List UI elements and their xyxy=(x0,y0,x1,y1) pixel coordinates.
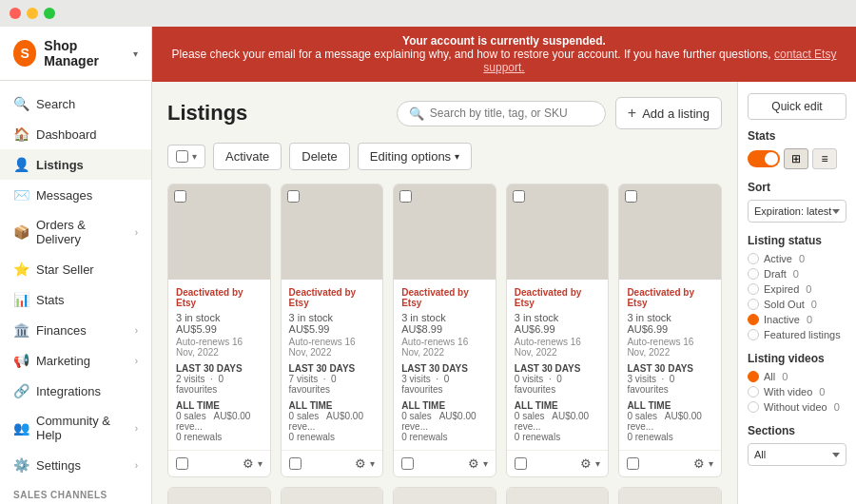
sidebar-item-stats[interactable]: 📊 Stats xyxy=(0,284,151,315)
dropdown-arrow-icon[interactable]: ▾ xyxy=(258,458,263,469)
sidebar-item-integrations[interactable]: 🔗 Integrations xyxy=(0,376,151,406)
list-view-button[interactable]: ≡ xyxy=(812,148,837,169)
listing-card-empty xyxy=(281,487,384,504)
card-footer-checkbox[interactable] xyxy=(401,457,414,470)
card-checkbox[interactable] xyxy=(174,190,186,203)
listing-status-section: Listing status Active 0 Draft 0 Expired … xyxy=(748,234,846,340)
card-checkbox[interactable] xyxy=(287,190,300,203)
card-stats: 7 visits · 0 favourites xyxy=(289,374,376,395)
card-footer-checkbox[interactable] xyxy=(176,457,188,470)
dropdown-icon: ▾ xyxy=(455,151,459,162)
sidebar-item-marketing[interactable]: 📢 Marketing › xyxy=(0,345,151,376)
sidebar-item-search[interactable]: 🔍 Search xyxy=(0,88,151,119)
listing-card: Deactivated by Etsy 3 in stock AU$5.99 A… xyxy=(281,184,384,477)
radio-circle xyxy=(748,268,759,280)
sidebar-item-orders[interactable]: 📦 Orders & Delivery › xyxy=(0,210,151,254)
card-all-time: ALL TIME xyxy=(627,400,713,411)
chevron-right-icon: › xyxy=(135,325,138,336)
sidebar-item-messages[interactable]: ✉️ Messages xyxy=(0,180,151,210)
activate-button[interactable]: Activate xyxy=(213,143,282,170)
sidebar-item-label: Star Seller xyxy=(36,262,94,277)
sort-select[interactable]: Expiration: latest Expiration: oldest Pr… xyxy=(748,200,846,223)
card-footer-checkbox[interactable] xyxy=(627,457,639,470)
stats-toggle[interactable] xyxy=(748,150,780,167)
sidebar-chevron-icon: ▾ xyxy=(133,48,138,59)
video-radio-item[interactable]: All 0 xyxy=(748,371,846,382)
sidebar-item-settings[interactable]: ⚙️ Settings › xyxy=(0,450,151,480)
video-radio-label: All xyxy=(764,371,775,382)
card-body: Deactivated by Etsy 3 in stock AU$6.99 A… xyxy=(619,280,721,450)
card-checkbox[interactable] xyxy=(399,190,412,203)
video-radio-item[interactable]: With video 0 xyxy=(748,386,846,397)
listings-header: Listings 🔍 + Add a listing xyxy=(167,97,722,129)
status-radio-label: Sold Out xyxy=(764,299,805,310)
sort-section: Sort Expiration: latest Expiration: olde… xyxy=(748,181,846,223)
home-icon: 🏠 xyxy=(13,126,29,142)
checkbox-chevron-icon[interactable]: ▾ xyxy=(192,151,197,162)
video-radio-count: 0 xyxy=(834,401,840,413)
gear-icon[interactable]: ⚙ xyxy=(580,456,592,471)
maximize-dot[interactable] xyxy=(44,8,55,19)
sidebar-item-label: Finances xyxy=(36,323,87,338)
sidebar-item-dashboard[interactable]: 🏠 Dashboard xyxy=(0,119,151,149)
sidebar-item-star[interactable]: ⭐ Star Seller xyxy=(0,254,151,284)
gear-icon[interactable]: ⚙ xyxy=(243,456,254,471)
listing-card-empty xyxy=(393,487,496,504)
card-actions: ⚙ ▾ xyxy=(468,456,488,471)
card-image xyxy=(394,184,496,280)
dropdown-arrow-icon[interactable]: ▾ xyxy=(709,458,713,469)
sidebar-item-community[interactable]: 👥 Community & Help › xyxy=(0,406,151,450)
quick-edit-button[interactable]: Quick edit xyxy=(748,93,846,120)
sidebar-logo: S xyxy=(13,40,36,67)
card-renewals: 0 renewals xyxy=(627,432,713,442)
card-renew: Auto-renews 16 Nov, 2022 xyxy=(176,337,263,358)
gear-icon[interactable]: ⚙ xyxy=(693,456,705,471)
sidebar-nav: 🔍 Search 🏠 Dashboard 👤 Listings ✉️ Messa… xyxy=(0,81,151,504)
sidebar-item-listings[interactable]: 👤 Listings xyxy=(0,149,151,180)
search-input[interactable] xyxy=(430,107,593,120)
sections-select[interactable]: All xyxy=(748,443,846,466)
card-all-time: ALL TIME xyxy=(289,400,376,411)
sidebar-item-label: Orders & Delivery xyxy=(36,218,127,246)
video-radio-label: Without video xyxy=(764,401,827,413)
gear-icon[interactable]: ⚙ xyxy=(468,456,479,471)
grid-view-button[interactable]: ⊞ xyxy=(784,148,808,169)
dropdown-arrow-icon[interactable]: ▾ xyxy=(483,458,488,469)
card-checkbox[interactable] xyxy=(625,190,637,203)
status-radio-item[interactable]: Active 0 xyxy=(748,253,846,264)
radio-circle xyxy=(748,386,759,397)
status-radio-item[interactable]: Expired 0 xyxy=(748,283,846,295)
stats-label: Stats xyxy=(748,129,846,143)
select-all-checkbox[interactable]: ▾ xyxy=(167,145,205,168)
delete-button[interactable]: Delete xyxy=(289,143,350,170)
card-footer-checkbox[interactable] xyxy=(289,457,302,470)
minimize-dot[interactable] xyxy=(27,8,38,19)
card-actions: ⚙ ▾ xyxy=(580,456,600,471)
dropdown-arrow-icon[interactable]: ▾ xyxy=(595,458,600,469)
status-radio-item[interactable]: Sold Out 0 xyxy=(748,299,846,310)
dropdown-arrow-icon[interactable]: ▾ xyxy=(370,458,375,469)
listing-status-label: Listing status xyxy=(748,234,846,247)
card-checkbox[interactable] xyxy=(513,190,525,203)
radio-circle xyxy=(748,371,759,382)
search-bar[interactable]: 🔍 xyxy=(397,101,606,126)
editing-options-button[interactable]: Editing options ▾ xyxy=(358,143,472,170)
select-all-input[interactable] xyxy=(176,150,188,163)
video-radio-item[interactable]: Without video 0 xyxy=(748,401,846,413)
card-stock: 3 in stock AU$6.99 xyxy=(515,312,601,335)
content-area: Listings 🔍 + Add a listing xyxy=(152,82,856,504)
status-radio-item[interactable]: Inactive 0 xyxy=(748,314,846,325)
sidebar-item-finances[interactable]: 🏛️ Finances › xyxy=(0,315,151,345)
sidebar-header[interactable]: S Shop Manager ▾ xyxy=(0,27,151,81)
sidebar-title: Shop Manager xyxy=(44,38,124,68)
status-radio-item[interactable]: Draft 0 xyxy=(748,268,846,280)
status-radio-item[interactable]: Featured listings xyxy=(748,329,846,340)
card-image-empty xyxy=(507,488,609,504)
card-footer-checkbox[interactable] xyxy=(515,457,527,470)
add-listing-label: Add a listing xyxy=(642,107,710,121)
card-stats: 3 visits · 0 favourites xyxy=(401,374,488,395)
add-listing-button[interactable]: + Add a listing xyxy=(615,97,722,129)
gear-icon[interactable]: ⚙ xyxy=(355,456,366,471)
chevron-right-icon: › xyxy=(135,423,138,434)
close-dot[interactable] xyxy=(10,8,21,19)
